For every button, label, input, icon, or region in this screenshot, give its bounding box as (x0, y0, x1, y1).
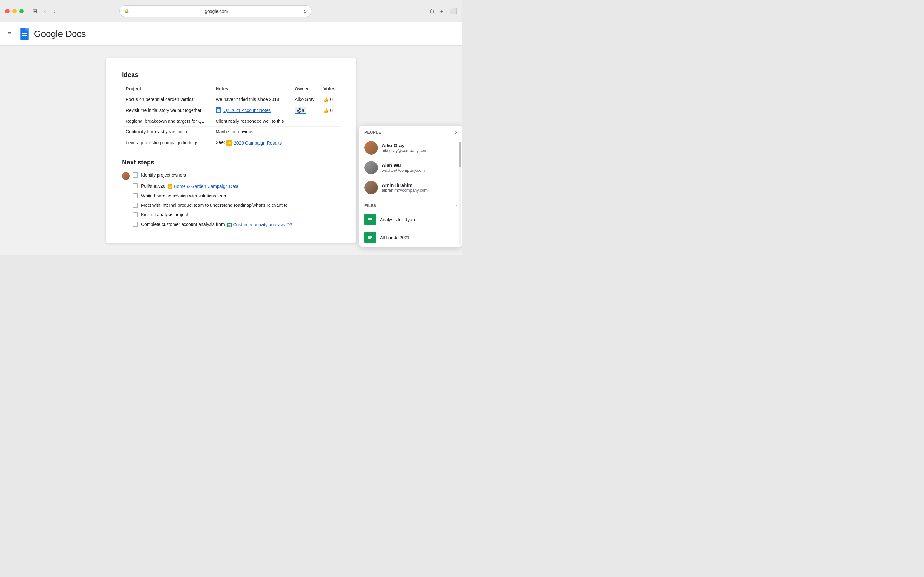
extensions-icon[interactable]: ⬜ (450, 8, 457, 15)
back-button[interactable]: ‹ (41, 7, 49, 15)
person-name: Amin Ibrahim (382, 182, 457, 188)
svg-rect-6 (368, 218, 373, 219)
task-text: Identify project owners (141, 172, 340, 179)
sheets-icon (365, 232, 376, 243)
file-name: All hands 2021 (380, 235, 410, 240)
person-name: Aiko Gray (382, 143, 457, 148)
avatar-aiko (365, 141, 378, 155)
ideas-table: Project Notes Owner Votes Focus on peren… (122, 84, 340, 148)
file-item-analysis[interactable]: Analysis for Ryan (359, 211, 462, 229)
new-tab-icon[interactable]: ＋ (439, 7, 445, 15)
avatar-amin (365, 181, 378, 194)
list-item: Pull/analyze 📁 Home & Garden Campaign Da… (122, 181, 340, 191)
owner-input[interactable]: @a (295, 107, 306, 114)
svg-rect-10 (368, 236, 373, 237)
person-info: Alan Wu wualan@company.com (382, 163, 457, 173)
votes-cell: 👍 0 (320, 105, 340, 116)
task-text: Kick off analysis project (141, 212, 340, 218)
sidebar-toggle[interactable]: ⊞ (30, 7, 39, 16)
scrollbar-thumb[interactable] (459, 142, 461, 167)
browser-right-controls: ⎙ ＋ ⬜ (430, 7, 457, 15)
page-background: Ideas Project Notes Owner Votes Focus on… (0, 45, 462, 255)
task-text: Complete customer account analysis from … (141, 221, 340, 228)
table-row: Regional breakdown and targets for Q1 Cl… (122, 116, 340, 127)
notes-cell: We haven't tried this since 2018 (212, 94, 291, 105)
svg-rect-3 (22, 35, 27, 35)
thumbsup-icon: 👍 (323, 108, 329, 113)
svg-rect-4 (22, 37, 25, 37)
task-text: White boarding session with solutions te… (141, 193, 340, 199)
vote-count: 0 (330, 108, 333, 113)
person-email: aikogray@company.com (382, 148, 457, 153)
person-item-aiko[interactable]: Aiko Gray aikogray@company.com (359, 138, 462, 158)
notes-cell: See: 📁 2020 Campaign Results (212, 137, 291, 148)
close-button[interactable] (5, 9, 10, 13)
chevron-right-icon[interactable]: › (456, 203, 457, 208)
share-icon[interactable]: ⎙ (430, 8, 434, 15)
table-row: Focus on perennial garden vertical We ha… (122, 94, 340, 105)
votes-cell (320, 116, 340, 127)
next-steps-title: Next steps (122, 159, 340, 166)
green-sheets-icon: 📊 (227, 223, 232, 227)
owner-cell (291, 137, 320, 148)
col-notes: Notes (212, 84, 291, 94)
votes-cell (320, 137, 340, 148)
avatar-alan (365, 161, 378, 174)
next-steps-section: Next steps Identify project owners Pull/… (122, 159, 340, 230)
svg-rect-7 (368, 219, 373, 220)
notes-cell: Maybe too obvious (212, 127, 291, 137)
file-item-allhands[interactable]: All hands 2021 (359, 229, 462, 247)
svg-rect-8 (368, 221, 371, 221)
yellow-folder-icon: 📁 (226, 140, 232, 146)
browser-chrome: ⊞ ‹ › 🔒 google.com ↻ ⎙ ＋ ⬜ (0, 0, 462, 23)
notes-cell: Client really responded well to this (212, 116, 291, 127)
owner-cell (291, 127, 320, 137)
checkbox[interactable] (133, 212, 138, 218)
ideas-title: Ideas (122, 71, 340, 79)
browser-navigation: ⊞ ‹ › (30, 7, 58, 16)
url-text: google.com (132, 9, 300, 14)
note-link[interactable]: Q2 2021 Account Notes (223, 108, 271, 113)
files-section-header: FILES › (359, 200, 462, 211)
menu-button[interactable]: ≡ (5, 27, 14, 40)
app-logo: Google Docs (18, 27, 86, 40)
owner-cell-editing[interactable]: @a (291, 105, 320, 116)
avatar (122, 172, 129, 180)
project-cell: Focus on perennial garden vertical (122, 94, 212, 105)
votes-cell: 👍 0 (320, 94, 340, 105)
maximize-button[interactable] (19, 9, 24, 13)
files-label: FILES (365, 203, 376, 208)
app-header: ≡ Google Docs (0, 23, 462, 45)
person-item-alan[interactable]: Alan Wu wualan@company.com (359, 158, 462, 177)
person-info: Amin Ibrahim albrahim@company.com (382, 182, 457, 193)
chevron-right-icon[interactable]: › (455, 129, 457, 135)
list-item: Meet with internal product team to under… (122, 201, 340, 210)
checkbox[interactable] (133, 193, 138, 198)
checkbox[interactable] (133, 222, 138, 227)
forward-button[interactable]: › (51, 7, 58, 15)
project-cell: Revisit the initial story we put togethe… (122, 105, 212, 116)
task-text: Pull/analyze 📁 Home & Garden Campaign Da… (141, 183, 340, 190)
note-link[interactable]: 2020 Campaign Results (234, 140, 282, 145)
task-text: Meet with internal product team to under… (141, 202, 340, 209)
task-link[interactable]: 📊 Customer activity analysis Q3 (227, 222, 292, 228)
list-item: Complete customer account analysis from … (122, 220, 340, 230)
app-title: Google Docs (34, 29, 86, 39)
person-item-amin[interactable]: Amin Ibrahim albrahim@company.com (359, 177, 462, 197)
sheets-icon (365, 214, 376, 226)
table-row: Continuity from last years pitch Maybe t… (122, 127, 340, 137)
autocomplete-dropdown: PEOPLE › Aiko Gray aikogray@company.com (359, 126, 462, 247)
address-bar[interactable]: 🔒 google.com ↻ (120, 5, 312, 17)
person-email: albrahim@company.com (382, 188, 457, 193)
checkbox[interactable] (133, 203, 138, 208)
minimize-button[interactable] (12, 9, 17, 13)
checkbox[interactable] (133, 172, 138, 177)
checkbox[interactable] (133, 183, 138, 189)
refresh-button[interactable]: ↻ (303, 9, 307, 14)
task-link[interactable]: 📁 Home & Garden Campaign Data (168, 183, 238, 190)
list-item: Identify project owners (122, 171, 340, 181)
docs-icon (18, 27, 31, 40)
ideas-section: Ideas Project Notes Owner Votes Focus on… (122, 71, 340, 148)
document-container: Ideas Project Notes Owner Votes Focus on… (106, 58, 356, 243)
traffic-lights (5, 9, 24, 13)
